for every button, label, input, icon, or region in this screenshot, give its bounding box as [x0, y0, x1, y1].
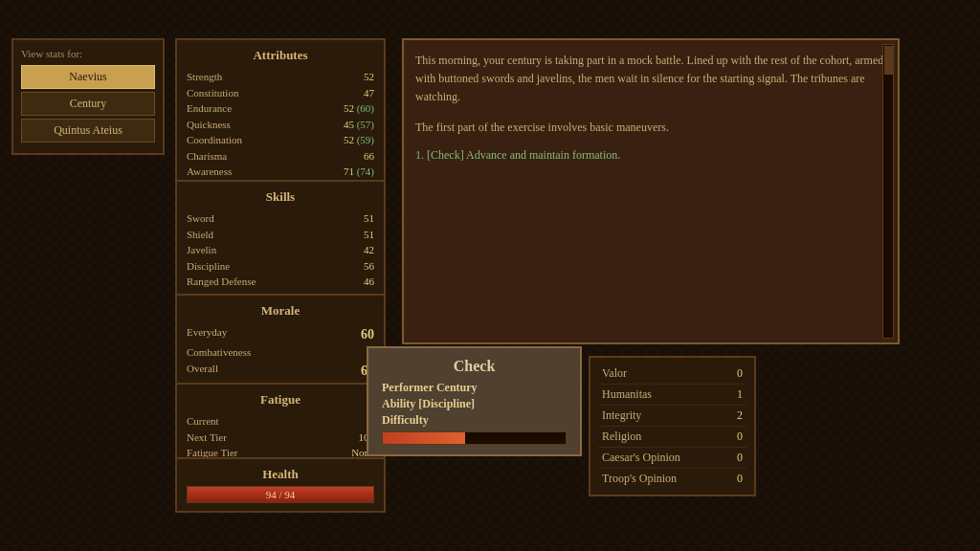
skill-javelin: Javelin 42	[187, 242, 374, 258]
skill-ranged-defense: Ranged Defense 46	[187, 274, 374, 290]
stat-troops-opinion: Troop's Opinion 0	[598, 469, 746, 489]
skills-title: Skills	[187, 189, 374, 205]
health-title: Health	[187, 467, 374, 482]
check-difficulty-row: Difficulty	[382, 413, 567, 428]
skill-shield: Shield 51	[187, 227, 374, 243]
stat-valor: Valor 0	[598, 364, 746, 385]
check-ability-row: Ability [Discipline]	[382, 397, 567, 411]
fatigue-current: Current 0	[187, 413, 374, 430]
health-bar-container: 94 / 94	[187, 486, 374, 503]
difficulty-bar-container	[382, 431, 567, 445]
view-stats-panel: View stats for: Naevius Century Quintus …	[11, 38, 165, 155]
attr-awareness: Awareness 71 (74)	[187, 164, 374, 180]
morale-title: Morale	[187, 303, 374, 319]
difficulty-bar-fill	[383, 432, 465, 444]
morale-combativeness: Combativeness 0	[187, 344, 374, 361]
check-performer-row: Performer Century	[382, 381, 567, 395]
scrollbar-track[interactable]	[882, 44, 894, 339]
view-stats-label: View stats for:	[21, 48, 155, 59]
character-btn-naevius[interactable]: Naevius	[21, 65, 155, 89]
fatigue-next-tier: Next Tier 104	[187, 430, 374, 446]
morale-overall: Overall 60	[187, 361, 374, 381]
story-paragraph-2: The first part of the exercise involves …	[415, 119, 886, 137]
check-title: Check	[382, 358, 567, 375]
morale-everyday: Everyday 60	[187, 324, 374, 344]
story-paragraph-1: This morning, your century is taking par…	[415, 52, 886, 107]
attr-quickness: Quickness 45 (57)	[187, 117, 374, 133]
stat-religion: Religion 0	[598, 427, 746, 448]
attr-coordination: Coordination 52 (59)	[187, 132, 374, 148]
scrollbar-thumb[interactable]	[884, 46, 894, 75]
attr-charisma: Charisma 66	[187, 148, 374, 165]
skills-panel: Skills Sword 51 Shield 51 Javelin 42 Dis…	[175, 180, 386, 299]
health-panel: Health 94 / 94	[175, 457, 386, 513]
fatigue-title: Fatigue	[187, 392, 374, 408]
attr-endurance: Endurance 52 (60)	[187, 100, 374, 117]
skill-sword: Sword 51	[187, 210, 374, 227]
skill-discipline: Discipline 56	[187, 258, 374, 275]
stat-caesars-opinion: Caesar's Opinion 0	[598, 448, 746, 469]
right-stats-panel: Valor 0 Humanitas 1 Integrity 2 Religion…	[589, 356, 756, 496]
character-btn-century[interactable]: Century	[21, 92, 155, 116]
character-btn-quintus[interactable]: Quintus Ateius	[21, 119, 155, 143]
check-tooltip-panel: Check Performer Century Ability [Discipl…	[367, 346, 582, 456]
main-text-panel: This morning, your century is taking par…	[402, 38, 900, 344]
health-bar-fill: 94 / 94	[188, 487, 373, 502]
choice-1[interactable]: 1. [Check] Advance and maintain formatio…	[415, 148, 886, 163]
attributes-title: Attributes	[187, 48, 374, 63]
attr-strength: Strength 52	[187, 69, 374, 85]
attr-constitution: Constitution 47	[187, 85, 374, 101]
stat-integrity: Integrity 2	[598, 406, 746, 427]
health-value: 94 / 94	[266, 489, 296, 500]
stat-humanitas: Humanitas 1	[598, 385, 746, 406]
